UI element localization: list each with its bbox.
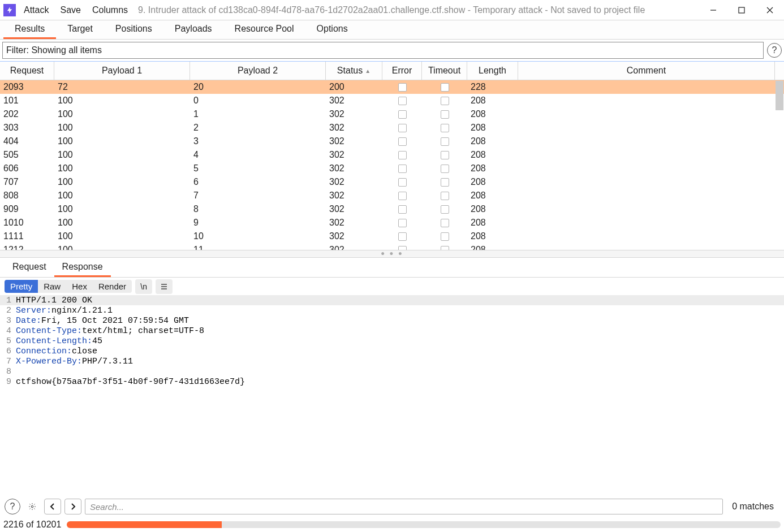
error-checkbox[interactable] (398, 219, 407, 227)
col-comment[interactable]: Comment (518, 62, 775, 80)
tab-payloads[interactable]: Payloads (163, 20, 223, 39)
view-render[interactable]: Render (93, 280, 132, 293)
view-pretty[interactable]: Pretty (5, 280, 38, 293)
error-checkbox[interactable] (398, 246, 407, 250)
menu-attack[interactable]: Attack (18, 5, 54, 15)
menu-save[interactable]: Save (54, 5, 86, 15)
table-row[interactable]: 6061005302208 (0, 162, 784, 175)
detail-tab-response[interactable]: Response (54, 258, 111, 277)
timeout-checkbox[interactable] (441, 83, 449, 92)
error-checkbox[interactable] (398, 205, 407, 214)
error-checkbox[interactable] (398, 97, 407, 105)
error-checkbox[interactable] (398, 232, 407, 241)
table-row[interactable]: 8081007302208 (0, 189, 784, 202)
results-table[interactable]: 2093722020022810110003022082021001302208… (0, 80, 784, 250)
error-checkbox[interactable] (398, 178, 407, 187)
close-button[interactable] (756, 0, 784, 20)
col-status[interactable]: Status▲ (326, 62, 382, 80)
hamburger-icon[interactable] (156, 279, 173, 294)
error-checkbox[interactable] (398, 83, 407, 92)
error-checkbox[interactable] (398, 165, 407, 173)
prev-match-button[interactable] (44, 499, 61, 514)
table-row[interactable]: 9091008302208 (0, 202, 784, 216)
response-line: 8 (0, 366, 784, 377)
timeout-checkbox[interactable] (441, 219, 449, 227)
col-payload2[interactable]: Payload 2 (190, 62, 326, 80)
timeout-checkbox[interactable] (441, 192, 449, 200)
tab-resource-pool[interactable]: Resource Pool (223, 20, 305, 39)
response-line: 6Connection: close (0, 346, 784, 356)
response-area[interactable]: 1HTTP/1.1 200 OK2Server: nginx/1.21.13Da… (0, 295, 784, 496)
response-line: 2Server: nginx/1.21.1 (0, 305, 784, 315)
error-checkbox[interactable] (398, 192, 407, 200)
footer-count: 2216 of 10201 (3, 520, 61, 530)
col-request[interactable]: Request (0, 62, 54, 80)
timeout-checkbox[interactable] (441, 110, 449, 119)
table-scrollbar[interactable] (775, 80, 784, 250)
tab-target[interactable]: Target (56, 20, 104, 39)
col-payload1[interactable]: Payload 1 (54, 62, 190, 80)
splitter[interactable]: • • • (0, 250, 784, 258)
svg-point-1 (31, 505, 33, 508)
search-input[interactable] (85, 499, 723, 514)
error-checkbox[interactable] (398, 110, 407, 119)
timeout-checkbox[interactable] (441, 205, 449, 214)
matches-count: 0 matches (726, 501, 779, 512)
timeout-checkbox[interactable] (441, 97, 449, 105)
help-icon[interactable]: ? (767, 43, 782, 58)
footer: 2216 of 10201 (0, 517, 784, 532)
menu-columns[interactable]: Columns (87, 5, 133, 15)
table-row[interactable]: 3031002302208 (0, 121, 784, 135)
app-icon (3, 4, 16, 16)
timeout-checkbox[interactable] (441, 232, 449, 241)
table-header: Request Payload 1 Payload 2 Status▲ Erro… (0, 62, 784, 80)
next-match-button[interactable] (64, 499, 81, 514)
filter-box[interactable]: Filter: Showing all items (2, 42, 764, 59)
timeout-checkbox[interactable] (441, 246, 449, 250)
newline-toggle[interactable]: \n (135, 279, 152, 294)
view-raw[interactable]: Raw (38, 280, 66, 293)
timeout-checkbox[interactable] (441, 151, 449, 159)
timeout-checkbox[interactable] (441, 137, 449, 146)
maximize-button[interactable] (727, 0, 756, 20)
response-line: 5Content-Length: 45 (0, 336, 784, 346)
tab-positions[interactable]: Positions (104, 20, 163, 39)
search-bar: ? 0 matches (0, 496, 784, 517)
table-row[interactable]: 5051004302208 (0, 148, 784, 162)
error-checkbox[interactable] (398, 137, 407, 146)
view-hex[interactable]: Hex (66, 280, 93, 293)
table-row[interactable]: 111110010302208 (0, 230, 784, 243)
response-line: 1HTTP/1.1 200 OK (0, 295, 784, 305)
timeout-checkbox[interactable] (441, 178, 449, 187)
search-help-icon[interactable]: ? (5, 499, 20, 514)
error-checkbox[interactable] (398, 151, 407, 159)
tab-options[interactable]: Options (305, 20, 359, 39)
table-row[interactable]: 4041003302208 (0, 135, 784, 148)
detail-tabs: RequestResponse (0, 258, 784, 277)
detail-tab-request[interactable]: Request (5, 258, 54, 277)
sort-asc-icon: ▲ (365, 68, 371, 74)
tab-results[interactable]: Results (3, 20, 56, 39)
main-tabs: ResultsTargetPositionsPayloadsResource P… (0, 20, 784, 40)
table-row[interactable]: 7071006302208 (0, 175, 784, 189)
progress-bar (67, 521, 781, 528)
response-line: 3Date: Fri, 15 Oct 2021 07:59:54 GMT (0, 315, 784, 326)
col-timeout[interactable]: Timeout (422, 62, 467, 80)
title-bar: AttackSaveColumns 9. Intruder attack of … (0, 0, 784, 20)
settings-icon[interactable] (24, 499, 41, 514)
timeout-checkbox[interactable] (441, 165, 449, 173)
table-row[interactable]: 1011000302208 (0, 94, 784, 107)
minimize-button[interactable] (699, 0, 727, 20)
timeout-checkbox[interactable] (441, 124, 449, 132)
table-row[interactable]: 20937220200228 (0, 80, 784, 94)
svg-rect-0 (739, 7, 744, 13)
table-row[interactable]: 121210011302208 (0, 243, 784, 250)
table-row[interactable]: 10101009302208 (0, 216, 784, 230)
detail-toolbar: PrettyRawHexRender \n (0, 277, 784, 295)
error-checkbox[interactable] (398, 124, 407, 132)
response-line: 9ctfshow{b75aa7bf-3f51-4b0f-90f7-431d166… (0, 377, 784, 387)
col-length[interactable]: Length (467, 62, 518, 80)
col-error[interactable]: Error (382, 62, 422, 80)
response-line: 4Content-Type: text/html; charset=UTF-8 (0, 326, 784, 336)
table-row[interactable]: 2021001302208 (0, 107, 784, 121)
